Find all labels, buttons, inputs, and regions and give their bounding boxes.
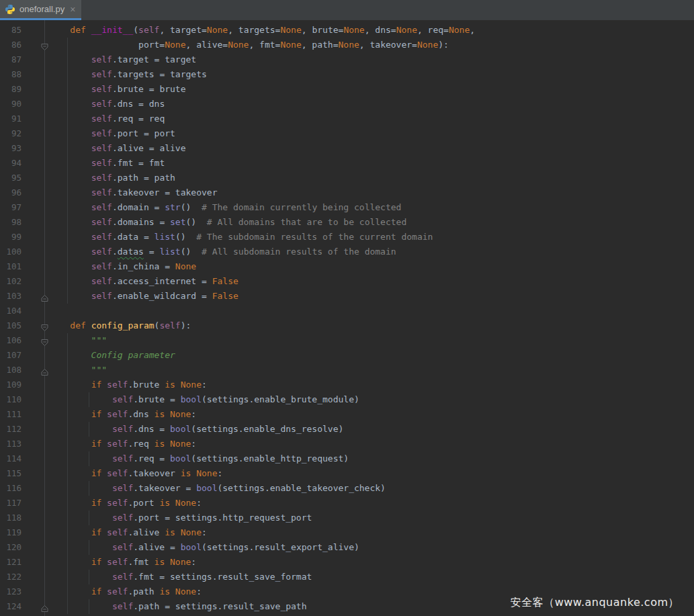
code-line[interactable]: 98 self.domains = set() # All domains th… [0,215,694,230]
line-number[interactable]: 124 [0,599,21,614]
line-number[interactable]: 104 [0,304,21,318]
line-number[interactable]: 105 [0,318,21,333]
code-text: self.alive = bool(settings.result_export… [49,540,694,555]
code-line[interactable]: 120 self.alive = bool(settings.result_ex… [0,540,694,555]
line-number[interactable]: 115 [0,466,21,481]
code-text: port=None, alive=None, fmt=None, path=No… [49,38,694,52]
code-text: """ [49,363,694,378]
code-line[interactable]: 122 self.fmt = settings.result_save_form… [0,570,694,584]
fold-collapse-icon[interactable] [40,337,49,345]
code-text: self.port = port [49,126,694,141]
code-line[interactable]: 96 self.takeover = takeover [0,185,694,200]
line-number[interactable]: 103 [0,289,21,304]
code-line[interactable]: 119 if self.alive is None: [0,525,694,540]
code-line[interactable]: 87 self.target = target [0,52,694,67]
line-number[interactable]: 117 [0,496,21,511]
line-number[interactable]: 120 [0,540,21,555]
line-number[interactable]: 91 [0,112,21,126]
code-line[interactable]: 99 self.data = list() # The subdomain re… [0,230,694,245]
code-line[interactable]: 95 self.path = path [0,171,694,185]
line-number[interactable]: 89 [0,82,21,97]
code-line[interactable]: 93 self.alive = alive [0,141,694,156]
line-number[interactable]: 111 [0,407,21,422]
code-text: self.target = target [49,52,694,67]
code-line[interactable]: 121 if self.fmt is None: [0,555,694,570]
line-number[interactable]: 96 [0,185,21,200]
code-line[interactable]: 109 if self.brute is None: [0,378,694,392]
fold-collapse-icon[interactable] [40,41,49,49]
code-line[interactable]: 116 self.takeover = bool(settings.enable… [0,481,694,496]
code-line[interactable]: 111 if self.dns is None: [0,407,694,422]
code-line[interactable]: 103 self.enable_wildcard = False [0,289,694,304]
close-tab-icon[interactable]: × [70,5,75,14]
line-number[interactable]: 97 [0,200,21,215]
line-number[interactable]: 95 [0,171,21,185]
code-text: def __init__(self, target=None, targets=… [49,23,694,38]
code-text: self.in_china = None [49,259,694,274]
code-line[interactable]: 92 self.port = port [0,126,694,141]
line-number[interactable]: 123 [0,584,21,599]
line-number[interactable]: 100 [0,245,21,259]
code-line[interactable]: 102 self.access_internet = False [0,274,694,289]
line-number[interactable]: 107 [0,348,21,363]
code-line[interactable]: 89 self.brute = brute [0,82,694,97]
line-number[interactable]: 108 [0,363,21,378]
line-number[interactable]: 92 [0,126,21,141]
line-number[interactable]: 106 [0,333,21,348]
code-text: if self.brute is None: [49,378,694,392]
code-line[interactable]: 105 def config_param(self): [0,318,694,333]
fold-end-icon[interactable] [40,366,49,374]
code-line[interactable]: 112 self.dns = bool(settings.enable_dns_… [0,422,694,437]
line-number[interactable]: 122 [0,570,21,584]
code-line[interactable]: 85 def __init__(self, target=None, targe… [0,23,694,38]
code-text: self.req = bool(settings.enable_http_req… [49,451,694,466]
code-line[interactable]: 90 self.dns = dns [0,97,694,112]
watermark: 安全客（www.anquanke.com） [511,596,679,610]
line-number[interactable]: 116 [0,481,21,496]
code-line[interactable]: 118 self.port = settings.http_request_po… [0,511,694,525]
tab-oneforall-py[interactable]: oneforall.py × [0,0,81,20]
code-line[interactable]: 91 self.req = req [0,112,694,126]
line-number[interactable]: 98 [0,215,21,230]
line-number[interactable]: 109 [0,378,21,392]
code-line[interactable]: 107 Config parameter [0,348,694,363]
code-text: self.domain = str() # The domain current… [49,200,694,215]
line-number[interactable]: 87 [0,52,21,67]
code-line[interactable]: 104 [0,304,694,318]
code-line[interactable]: 117 if self.port is None: [0,496,694,511]
code-line[interactable]: 114 self.req = bool(settings.enable_http… [0,451,694,466]
code-line[interactable]: 106 """ [0,333,694,348]
line-number[interactable]: 102 [0,274,21,289]
code-line[interactable]: 101 self.in_china = None [0,259,694,274]
line-number[interactable]: 86 [0,38,21,52]
code-line[interactable]: 97 self.domain = str() # The domain curr… [0,200,694,215]
code-line[interactable]: 86 port=None, alive=None, fmt=None, path… [0,38,694,52]
code-line[interactable]: 108 """ [0,363,694,378]
line-number[interactable]: 119 [0,525,21,540]
code-line[interactable]: 113 if self.req is None: [0,437,694,451]
line-number[interactable]: 114 [0,451,21,466]
line-number[interactable]: 93 [0,141,21,156]
code-text: if self.dns is None: [49,407,694,422]
code-lines: 85 def __init__(self, target=None, targe… [0,20,694,614]
fold-end-icon[interactable] [40,603,49,611]
code-line[interactable]: 94 self.fmt = fmt [0,156,694,171]
line-number[interactable]: 90 [0,97,21,112]
code-editor[interactable]: 85 def __init__(self, target=None, targe… [0,20,694,616]
line-number[interactable]: 113 [0,437,21,451]
fold-collapse-icon[interactable] [40,322,49,330]
fold-end-icon[interactable] [40,292,49,300]
line-number[interactable]: 110 [0,392,21,407]
code-line[interactable]: 115 if self.takeover is None: [0,466,694,481]
code-line[interactable]: 110 self.brute = bool(settings.enable_br… [0,392,694,407]
line-number[interactable]: 88 [0,67,21,82]
line-number[interactable]: 85 [0,23,21,38]
code-line[interactable]: 100 self.datas = list() # All subdomain … [0,245,694,259]
line-number[interactable]: 121 [0,555,21,570]
line-number[interactable]: 94 [0,156,21,171]
line-number[interactable]: 118 [0,511,21,525]
line-number[interactable]: 112 [0,422,21,437]
code-line[interactable]: 88 self.targets = targets [0,67,694,82]
line-number[interactable]: 99 [0,230,21,245]
line-number[interactable]: 101 [0,259,21,274]
